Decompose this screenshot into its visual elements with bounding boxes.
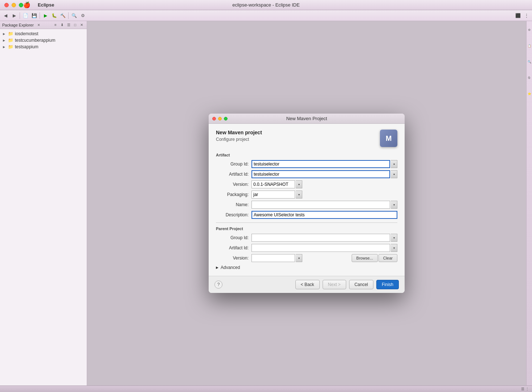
eclipse-menu-label: Eclipse — [38, 2, 54, 8]
toolbar-new-btn[interactable]: 📄 — [21, 12, 29, 20]
dialog-close-btn[interactable] — [212, 117, 216, 121]
group-id-field: ▾ — [251, 160, 397, 168]
sidebar-item-testcucumberappium[interactable]: ▶ 📁 testcucumberappium — [0, 37, 87, 44]
toolbar-perspective-btn[interactable]: ⬛ — [514, 12, 522, 20]
toolbar-run-btn[interactable]: ▶ — [41, 12, 49, 20]
description-field — [251, 211, 397, 219]
artifact-section-label: Artifact — [216, 153, 397, 157]
advanced-section[interactable]: ▶ Advanced — [216, 265, 397, 270]
dialog-maximize-btn[interactable] — [224, 117, 228, 121]
sidebar-header: Package Explorer × ≡ ⬇ ☰ □ ✕ — [0, 21, 87, 29]
parent-group-id-field: ▾ — [251, 234, 397, 242]
description-row: Description: — [216, 211, 397, 219]
sidebar-menu-btn[interactable]: ☰ — [66, 22, 71, 28]
sidebar-close-btn[interactable]: × — [36, 22, 42, 28]
workspace-area: New Maven Project New Maven project Conf… — [87, 21, 526, 385]
sidebar-item-iosdemotest[interactable]: ▶ 📁 iosdemotest — [0, 30, 87, 37]
right-panel-btn-5[interactable]: ⭐ — [527, 86, 532, 101]
right-panels: ⚙ 📋 🔍 @ ⭐ — [526, 21, 532, 385]
new-maven-project-dialog: New Maven Project New Maven project Conf… — [209, 114, 405, 293]
version-input[interactable] — [251, 180, 295, 188]
right-panel-btn-3[interactable]: 🔍 — [527, 54, 532, 69]
sidebar-content: ▶ 📁 iosdemotest ▶ 📁 testcucumberappium ▶… — [0, 29, 87, 385]
maven-icon: M — [380, 130, 397, 147]
window-minimize-button[interactable] — [12, 3, 16, 7]
packaging-dropdown-btn[interactable]: ▾ — [296, 191, 302, 199]
parent-version-input[interactable] — [251, 254, 295, 262]
artifact-id-label: Artifact Id: — [216, 172, 249, 177]
packaging-input[interactable] — [251, 191, 295, 199]
parent-artifact-id-input[interactable] — [251, 244, 390, 252]
cancel-button[interactable]: Cancel — [349, 280, 373, 289]
parent-group-id-input[interactable] — [251, 234, 390, 242]
sidebar-max-btn[interactable]: ✕ — [79, 22, 85, 28]
sidebar: Package Explorer × ≡ ⬇ ☰ □ ✕ ▶ 📁 iosdemo… — [0, 21, 87, 385]
parent-artifact-id-dropdown-btn[interactable]: ▾ — [391, 244, 397, 252]
parent-version-dropdown-btn[interactable]: ▾ — [296, 254, 302, 262]
sidebar-min-btn[interactable]: □ — [72, 22, 78, 28]
name-dropdown-btn[interactable]: ▾ — [391, 201, 397, 209]
parent-project-section: Parent Project Group Id: ▾ — [216, 226, 397, 262]
parent-group-id-dropdown-btn[interactable]: ▾ — [391, 234, 397, 242]
sidebar-item-label: iosdemotest — [15, 31, 38, 36]
finish-button[interactable]: Finish — [376, 280, 399, 289]
window-close-button[interactable] — [4, 3, 9, 7]
mac-title-bar: 🍎 Eclipse eclipse-workspace - Eclipse ID… — [0, 0, 532, 10]
artifact-id-field: ▾ — [251, 170, 397, 178]
advanced-arrow-icon: ▶ — [216, 266, 218, 269]
artifact-id-input[interactable] — [251, 170, 390, 178]
parent-artifact-id-label: Artifact Id: — [216, 245, 249, 250]
modal-overlay: New Maven Project New Maven project Conf… — [87, 21, 526, 385]
toolbar-back-btn[interactable]: ◀ — [1, 12, 9, 20]
dialog-minimize-btn[interactable] — [218, 117, 222, 121]
toolbar-save-btn[interactable]: 💾 — [30, 12, 38, 20]
toolbar-forward-btn[interactable]: ▶ — [10, 12, 18, 20]
right-panel-btn-4[interactable]: @ — [527, 70, 532, 85]
artifact-id-dropdown-btn[interactable]: ▾ — [391, 170, 397, 178]
description-label: Description: — [216, 212, 249, 217]
clear-button[interactable]: Clear — [378, 254, 397, 262]
tree-expand-arrow: ▶ — [3, 32, 7, 36]
advanced-label: Advanced — [221, 265, 240, 270]
toolbar-separator-1 — [20, 12, 20, 19]
version-dropdown-btn[interactable]: ▾ — [296, 180, 302, 188]
status-bar: ☰ ⋮ — [0, 385, 532, 392]
group-id-dropdown-btn[interactable]: ▾ — [391, 160, 397, 168]
name-input[interactable] — [251, 201, 390, 209]
packaging-field: ▾ — [251, 191, 397, 199]
dialog-header: New Maven project Configure project M — [216, 130, 397, 147]
dialog-main-title: New Maven project — [216, 130, 262, 135]
description-input[interactable] — [251, 211, 397, 219]
name-field: ▾ — [251, 201, 397, 209]
dialog-header-text: New Maven project Configure project — [216, 130, 262, 142]
group-id-input[interactable] — [251, 160, 390, 168]
toolbar-more-btn[interactable]: ⋮ — [523, 12, 531, 20]
footer-left: ? — [214, 281, 222, 289]
right-panel-btn-1[interactable]: ⚙ — [527, 23, 532, 37]
browse-button[interactable]: Browse... — [352, 254, 378, 262]
sidebar-item-testsappium[interactable]: ▶ 📁 testsappium — [0, 44, 87, 50]
toolbar-build-btn[interactable]: 🔨 — [59, 12, 67, 20]
sidebar-expand-btn[interactable]: ⬇ — [59, 22, 65, 28]
window-maximize-button[interactable] — [19, 3, 23, 7]
toolbar-separator-2 — [40, 12, 40, 19]
next-button[interactable]: Next > — [323, 280, 346, 289]
parent-section-label: Parent Project — [216, 226, 397, 231]
sidebar-item-label-2: testcucumberappium — [15, 38, 55, 43]
toolbar-search-btn[interactable]: 🔍 — [70, 12, 78, 20]
right-panel-btn-2[interactable]: 📋 — [527, 38, 532, 53]
toolbar-settings-btn[interactable]: ⚙ — [79, 12, 87, 20]
project-icon-3: 📁 — [8, 44, 13, 49]
help-button[interactable]: ? — [214, 281, 222, 289]
dialog-footer: ? < Back Next > Cancel Finish — [209, 276, 405, 293]
packaging-label: Packaging: — [216, 192, 249, 197]
footer-right: < Back Next > Cancel Finish — [295, 280, 399, 289]
dialog-subtitle: Configure project — [216, 137, 262, 142]
status-bar-icons: ☰ ⋮ — [521, 387, 529, 391]
back-button[interactable]: < Back — [295, 280, 320, 289]
group-id-label: Group Id: — [216, 162, 249, 167]
parent-group-id-label: Group Id: — [216, 235, 249, 240]
sidebar-collapse-btn[interactable]: ≡ — [53, 22, 58, 28]
toolbar-debug-btn[interactable]: 🐛 — [50, 12, 58, 20]
parent-version-row: Version: ▾ Browse... Clear — [216, 254, 397, 262]
